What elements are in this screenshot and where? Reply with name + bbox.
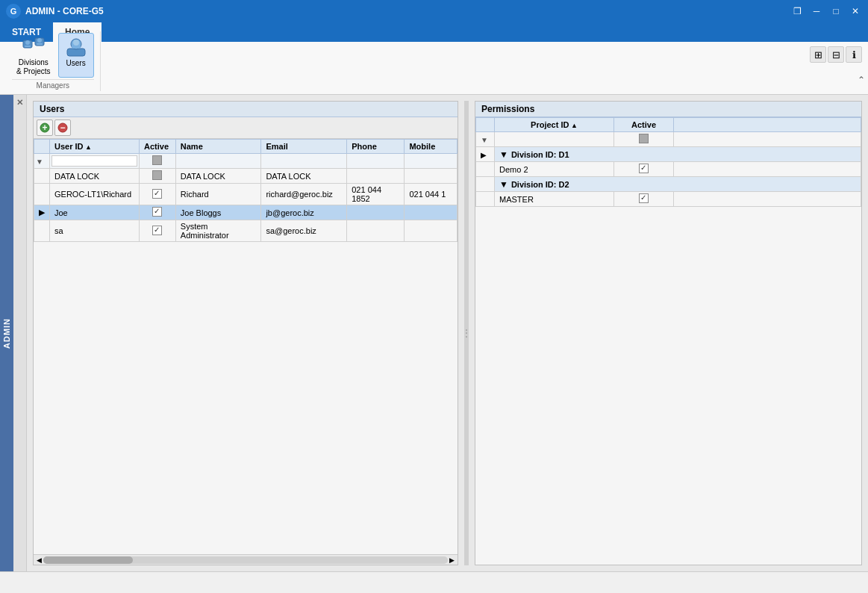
perm-filter-active-checkbox[interactable] (639, 134, 649, 143)
table-row[interactable]: sa System Administrator sa@geroc.biz (34, 220, 458, 242)
app-logo: G (6, 4, 21, 19)
th-userid[interactable]: User ID (50, 140, 140, 154)
perm-filter-projectid (495, 132, 614, 147)
ribbon-item-divisions[interactable]: Divisions& Projects (12, 33, 55, 78)
permissions-panel-title: Permissions (481, 104, 534, 114)
svg-rect-9 (72, 46, 81, 49)
svg-text:+: + (42, 122, 47, 133)
row-active (139, 205, 175, 220)
ribbon-collapse-btn[interactable]: ⌃ (858, 75, 865, 85)
users-panel-title: Users (40, 104, 64, 114)
perm-filter-expand: ▼ (476, 132, 495, 147)
minimize-btn[interactable]: ─ (810, 4, 823, 18)
add-user-button[interactable]: + (37, 119, 53, 136)
active-checkbox[interactable] (152, 189, 162, 199)
filter-name (175, 154, 261, 169)
th-active[interactable]: Active (139, 140, 175, 154)
panel-splitter[interactable]: ⋮ (464, 101, 469, 565)
perm-row2-active (614, 192, 674, 207)
row-expand[interactable] (34, 184, 50, 205)
th-phone[interactable]: Phone (347, 140, 405, 154)
filter-active-checkbox[interactable] (152, 155, 162, 165)
svg-point-1 (25, 40, 30, 45)
ribbon-tabs: START Home ⊞ ⊟ ℹ (0, 22, 868, 42)
app-title: ADMIN - CORE-G5 (25, 6, 104, 16)
users-icon (64, 35, 88, 59)
ribbon-help-btn[interactable]: ℹ (846, 46, 862, 63)
perm-th-projectid[interactable]: Project ID (495, 118, 614, 132)
table-row[interactable]: DATA LOCK DATA LOCK DATA LOCK (34, 169, 458, 184)
row-userid: sa (50, 220, 140, 242)
perm-th-active[interactable]: Active (614, 118, 674, 132)
scroll-left-arrow[interactable]: ◀ (35, 556, 43, 564)
users-scrollbar[interactable]: ◀ ▶ (34, 554, 458, 565)
restore-icon-btn[interactable]: ❒ (790, 4, 804, 18)
main-area: ADMIN ✕ Users + − (0, 95, 868, 571)
scroll-right-arrow[interactable]: ▶ (448, 556, 456, 564)
users-filter-row: ▼ (34, 154, 458, 169)
table-row[interactable]: Demo 2 (476, 162, 861, 177)
row-expand[interactable] (34, 220, 50, 242)
table-row[interactable]: GEROC-LT1\Richard Richard richard@geroc.… (34, 184, 458, 205)
perm-th-expand (476, 118, 495, 132)
table-row[interactable]: ▼Division ID: D2 (476, 177, 861, 192)
scrollbar-thumb[interactable] (43, 556, 133, 564)
table-row[interactable]: MASTER (476, 192, 861, 207)
div2-expand-cell[interactable] (476, 177, 495, 192)
users-table-container[interactable]: User ID Active Name Email Phone Mobile ▼ (34, 139, 458, 554)
th-mobile[interactable]: Mobile (405, 140, 458, 154)
splitter-dots: ⋮ (462, 328, 471, 338)
row-expand[interactable]: ▶ (34, 205, 50, 220)
perm-row2-extra (674, 192, 861, 207)
perm-active2-checkbox[interactable] (639, 193, 649, 203)
permissions-table-container[interactable]: Project ID Active ▼ (475, 117, 861, 565)
th-name[interactable]: Name (175, 140, 261, 154)
row-active (139, 184, 175, 205)
filter-active (139, 154, 175, 169)
row-email: DATA LOCK (261, 169, 347, 184)
filter-userid (50, 154, 140, 169)
row-mobile (405, 220, 458, 242)
perm-active-checkbox[interactable] (639, 164, 649, 173)
division-expand-arrow[interactable]: ▶ (481, 151, 487, 159)
remove-user-button[interactable]: − (54, 119, 71, 136)
th-email[interactable]: Email (261, 140, 347, 154)
close-btn[interactable]: ✕ (849, 4, 862, 18)
panel-pin-btn[interactable]: ✕ (16, 98, 23, 108)
row-expand[interactable] (34, 169, 50, 184)
permissions-panel: Permissions Project ID Active ▼ (475, 101, 862, 565)
ribbon-item-users[interactable]: Users (58, 33, 94, 78)
perm-th-extra (674, 118, 861, 132)
active-checkbox[interactable] (152, 207, 162, 217)
row-mobile (405, 169, 458, 184)
row-active (139, 220, 175, 242)
scrollbar-track[interactable] (43, 556, 448, 564)
maximize-btn[interactable]: □ (829, 4, 843, 18)
filter-expand: ▼ (34, 154, 50, 169)
active-checkbox-sq[interactable] (152, 170, 162, 180)
div-expand-cell[interactable]: ▶ (476, 147, 495, 162)
users-table: User ID Active Name Email Phone Mobile ▼ (34, 139, 458, 242)
division2-collapse-icon: ▼ (499, 179, 508, 190)
row-phone: 021 044 1852 (347, 184, 405, 205)
row-phone (347, 169, 405, 184)
row-mobile: 021 044 1 (405, 184, 458, 205)
divisions-label: Divisions& Projects (16, 58, 51, 76)
row-userid: DATA LOCK (50, 169, 140, 184)
perm-filter-active (614, 132, 674, 147)
ribbon-content: Divisions& Projects Users Managers (0, 42, 868, 94)
perm-filter-row: ▼ (476, 132, 861, 147)
ribbon: START Home ⊞ ⊟ ℹ (0, 22, 868, 95)
table-row[interactable]: ▶ Joe Joe Bloggs jb@geroc.biz (34, 205, 458, 220)
active-checkbox[interactable] (152, 226, 162, 235)
row-active (139, 169, 175, 184)
row-mobile (405, 205, 458, 220)
row-name: System Administrator (175, 220, 261, 242)
svg-point-4 (37, 38, 42, 43)
permissions-table: Project ID Active ▼ (475, 117, 861, 207)
table-row[interactable]: ▶ ▼Division ID: D1 (476, 147, 861, 162)
ribbon-ctrl-1[interactable]: ⊞ (810, 46, 826, 63)
ribbon-ctrl-2[interactable]: ⊟ (828, 46, 844, 63)
filter-userid-input[interactable] (51, 155, 137, 167)
users-panel: Users + − User ID Active (33, 101, 458, 565)
